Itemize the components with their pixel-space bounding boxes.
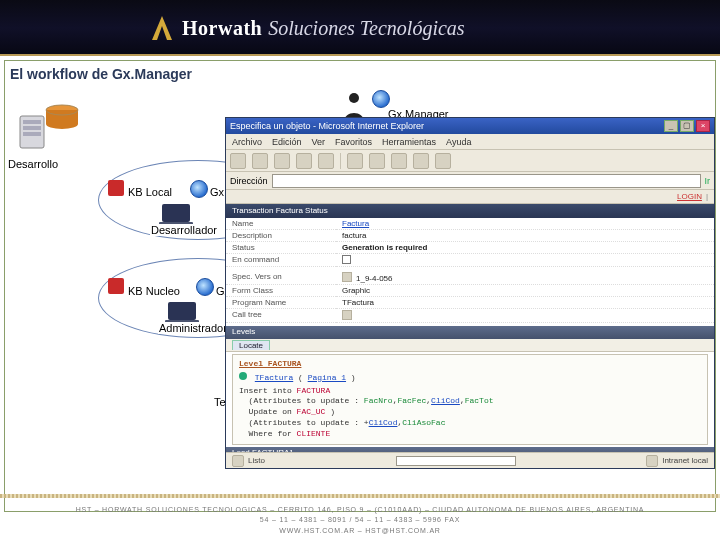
ie-icon	[196, 278, 214, 296]
forward-icon[interactable]	[252, 153, 268, 169]
login-link[interactable]: LOGIN	[677, 192, 702, 201]
ie-icon	[190, 180, 208, 198]
prop-label: Call tree	[226, 309, 336, 323]
menu-item[interactable]: Ver	[312, 137, 326, 147]
footer-line2: 54 – 11 – 4381 – 8091 / 54 – 11 – 4383 –…	[0, 515, 720, 526]
svg-rect-4	[23, 132, 41, 136]
logo-icon	[150, 14, 174, 42]
menu-item[interactable]: Favoritos	[335, 137, 372, 147]
label-te: Te	[214, 396, 226, 408]
banner-underline	[0, 54, 720, 56]
label-desarrollo: Desarrollo	[8, 158, 58, 170]
prop-label: Form Class	[226, 285, 336, 297]
svg-point-0	[349, 93, 359, 103]
tabs-row: Locate	[226, 339, 714, 352]
prop-value: 1_9-4-056	[336, 271, 714, 285]
code-header: Level FACTURA	[239, 359, 301, 368]
prop-label: Program Name	[226, 297, 336, 309]
menu-bar[interactable]: Archivo Edición Ver Favoritos Herramient…	[226, 134, 714, 150]
toolbar	[226, 150, 714, 172]
window-titlebar[interactable]: Especifica un objeto - Microsoft Interne…	[226, 118, 714, 134]
slide-title: El workflow de Gx.Manager	[10, 66, 192, 82]
print-icon[interactable]	[435, 153, 451, 169]
footer: HST – HORWATH SOLUCIONES TECNOLOGICAS – …	[0, 505, 720, 537]
footer-line3: WWW.HST.COM.AR – HST@HST.COM.AR	[0, 526, 720, 537]
label-kb-local: KB Local	[128, 186, 172, 198]
label-kb-nucleo: KB Nucleo	[128, 285, 180, 297]
genexus-icon	[108, 278, 124, 294]
prop-value[interactable]	[336, 309, 714, 323]
link-separator: |	[706, 192, 708, 201]
address-label: Dirección	[230, 176, 268, 186]
prop-label: En command	[226, 254, 336, 267]
address-bar: Dirección Ir	[226, 172, 714, 190]
section-header: Transaction Factura Status	[226, 204, 714, 218]
back-icon[interactable]	[230, 153, 246, 169]
page-icon	[232, 455, 244, 467]
checkbox-icon	[342, 255, 351, 264]
search-icon[interactable]	[347, 153, 363, 169]
footer-rule	[0, 494, 720, 498]
label-administrador: Administrador	[158, 322, 228, 334]
label-desarrollador: Desarrollador	[150, 224, 218, 236]
zone-icon	[646, 455, 658, 467]
prop-label: Description	[226, 230, 336, 242]
prop-value: TFactura	[336, 297, 714, 309]
minimize-button[interactable]: _	[664, 120, 678, 132]
brand-name-1: Horwath	[182, 17, 262, 40]
menu-item[interactable]: Archivo	[232, 137, 262, 147]
footer-line1: HST – HORWATH SOLUCIONES TECNOLOGICAS – …	[0, 505, 720, 516]
prop-label: Name	[226, 218, 336, 230]
tree-icon	[342, 310, 352, 320]
browser-content: Transaction Factura Status Name Factura …	[226, 204, 714, 452]
prop-label: Spec. Vers on	[226, 271, 336, 285]
browser-window: Especifica un objeto - Microsoft Interne…	[225, 117, 715, 469]
code-link[interactable]: Pagina 1	[308, 373, 346, 382]
properties-grid-2: Spec. Vers on 1_9-4-056 Form Class Graph…	[226, 271, 714, 323]
stop-icon[interactable]	[274, 153, 290, 169]
status-text: Listo	[248, 456, 265, 465]
prop-value[interactable]	[336, 254, 714, 267]
svg-rect-2	[23, 120, 41, 124]
favorites-icon[interactable]	[369, 153, 385, 169]
laptop-icon	[162, 204, 190, 222]
prop-value: Graphic	[336, 285, 714, 297]
prop-label: Status	[226, 242, 336, 254]
code-block-1: Level FACTURA TFactura ( Pagina 1 ) Inse…	[232, 354, 708, 445]
address-input[interactable]	[272, 174, 701, 188]
bullet-icon	[239, 372, 247, 380]
doc-icon	[342, 272, 352, 282]
levels-bar: Levels	[226, 326, 714, 339]
ie-icon	[372, 90, 390, 108]
database-icon	[42, 104, 82, 134]
svg-rect-3	[23, 126, 41, 130]
code-text: Insert into FACTURA (Attributes to updat…	[239, 386, 701, 440]
tab-locate[interactable]: Locate	[232, 340, 270, 350]
home-icon[interactable]	[318, 153, 334, 169]
progress-bar	[396, 456, 516, 466]
code-link[interactable]: TFactura	[255, 373, 293, 382]
page-top-links: LOGIN |	[226, 190, 714, 204]
menu-item[interactable]: Ayuda	[446, 137, 471, 147]
prop-value: Generation is required	[336, 242, 714, 254]
history-icon[interactable]	[391, 153, 407, 169]
refresh-icon[interactable]	[296, 153, 312, 169]
header-banner: Horwath Soluciones Tecnológicas	[0, 0, 720, 56]
brand-name-2: Soluciones Tecnológicas	[268, 17, 464, 40]
menu-item[interactable]: Edición	[272, 137, 302, 147]
properties-grid: Name Factura Description factura Status …	[226, 218, 714, 267]
prop-value: factura	[336, 230, 714, 242]
genexus-icon	[108, 180, 124, 196]
mail-icon[interactable]	[413, 153, 429, 169]
laptop-icon	[168, 302, 196, 320]
zone-text: Intranet local	[662, 456, 708, 465]
prop-value[interactable]: Factura	[336, 218, 714, 230]
maximize-button[interactable]: ▢	[680, 120, 694, 132]
status-bar: Listo Intranet local	[226, 452, 714, 468]
go-button[interactable]: Ir	[705, 176, 711, 186]
close-button[interactable]: ×	[696, 120, 710, 132]
window-title: Especifica un objeto - Microsoft Interne…	[230, 121, 664, 131]
menu-item[interactable]: Herramientas	[382, 137, 436, 147]
